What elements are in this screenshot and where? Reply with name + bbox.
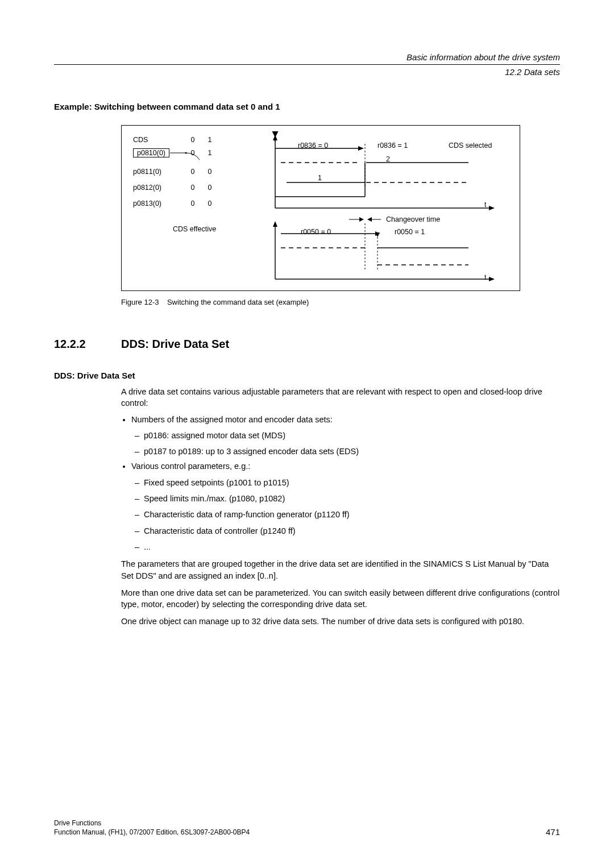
r0050-1-label: r0050 = 1 (395, 228, 425, 236)
r0836-1-label: r0836 = 1 (377, 142, 408, 149)
svg-marker-6 (489, 206, 495, 210)
cds-effective-label: CDS effective (173, 225, 216, 233)
cds-label: CDS (133, 136, 184, 144)
p0813-v2: 0 (201, 200, 218, 207)
sub-bullet-2-5: ... (144, 541, 560, 553)
heading-12-2-2: 12.2.2 DDS: Drive Data Set (54, 338, 560, 351)
p0813-label: p0813(0) (133, 200, 184, 207)
para-2: The parameters that are grouped together… (121, 558, 560, 582)
p0810-box: p0810(0) (133, 148, 169, 157)
page-header: Basic information about the drive system… (54, 51, 560, 78)
value-2: 2 (386, 155, 390, 163)
para-4: One drive object can manage up to 32 dri… (121, 616, 560, 627)
svg-marker-8 (358, 146, 364, 151)
cds-selected-label: CDS selected (449, 142, 492, 149)
p0813-v1: 0 (184, 200, 201, 207)
figure-diagram: CDS 0 1 p0810(0) 0 1 p0811(0) 0 (121, 125, 520, 291)
header-chapter: Basic information about the drive system (54, 51, 560, 63)
para-intro: A drive data set contains various adjust… (121, 386, 560, 409)
r0050-0-label: r0050 = 0 (301, 228, 331, 236)
header-rule (54, 64, 560, 65)
svg-marker-24 (489, 277, 495, 281)
bullet-2: Various control parameters, e.g.: (131, 462, 250, 471)
svg-marker-20 (367, 217, 372, 222)
para-3: More than one drive data set can be para… (121, 587, 560, 610)
figure-caption-label: Figure 12-3 (121, 298, 159, 306)
timing-diagram-icon (264, 131, 508, 285)
heading-title: DDS: Drive Data Set (121, 338, 229, 351)
sub-bullet-2-4: Characteristic data of controller (p1240… (144, 525, 560, 537)
example-heading: Example: Switching between command data … (54, 102, 560, 111)
page-footer: Drive Functions Function Manual, (FH1), … (54, 819, 560, 837)
p0812-v2: 0 (201, 184, 218, 192)
sub-bullet-2-1: Fixed speed setpoints (p1001 to p1015) (144, 477, 560, 488)
p0812-v1: 0 (184, 184, 201, 192)
t-axis-2: t (484, 273, 486, 281)
svg-point-1 (185, 152, 187, 154)
figure-right-graphs: r0836 = 0 r0836 = 1 CDS selected 2 1 t C… (264, 131, 508, 285)
cds-v2: 1 (201, 136, 218, 144)
body-content: A drive data set contains various adjust… (121, 386, 560, 628)
heading-number: 12.2.2 (54, 338, 121, 351)
header-section: 12.2 Data sets (54, 66, 560, 78)
page-number: 471 (546, 827, 560, 837)
switch-symbol-icon (170, 152, 201, 162)
sub-bullet-2-3: Characteristic data of ramp-function gen… (144, 509, 560, 520)
sub-bullet-1-1: p0186: assigned motor data set (MDS) (144, 430, 560, 441)
p0811-v1: 0 (184, 168, 201, 176)
subheading-dds: DDS: Drive Data Set (54, 371, 560, 380)
footer-line-2: Function Manual, (FH1), 07/2007 Edition,… (54, 828, 250, 837)
svg-marker-4 (273, 135, 277, 140)
p0812-label: p0812(0) (133, 184, 184, 192)
figure-caption-text: Switching the command data set (example) (167, 298, 309, 306)
p0811-label: p0811(0) (133, 168, 184, 176)
svg-marker-22 (273, 221, 277, 227)
sub-bullet-2-2: Speed limits min./max. (p1080, p1082) (144, 493, 560, 504)
p0811-v2: 0 (201, 168, 218, 176)
figure-caption: Figure 12-3 Switching the command data s… (121, 298, 560, 306)
footer-line-1: Drive Functions (54, 819, 250, 828)
bullet-1: Numbers of the assigned motor and encode… (131, 415, 333, 424)
svg-marker-18 (359, 217, 364, 222)
cds-v1: 0 (184, 136, 201, 144)
figure-left-column: CDS 0 1 p0810(0) 0 1 p0811(0) 0 (133, 136, 264, 215)
p0810-alt-v2: 1 (201, 149, 218, 157)
t-axis-1: t (484, 201, 486, 209)
r0836-0-label: r0836 = 0 (298, 142, 328, 149)
value-1: 1 (318, 174, 322, 182)
bullet-list-1: Numbers of the assigned motor and encode… (121, 414, 560, 553)
sub-bullet-1-2: p0187 to p0189: up to 3 assigned encoder… (144, 446, 560, 457)
changeover-label: Changeover time (386, 215, 440, 223)
